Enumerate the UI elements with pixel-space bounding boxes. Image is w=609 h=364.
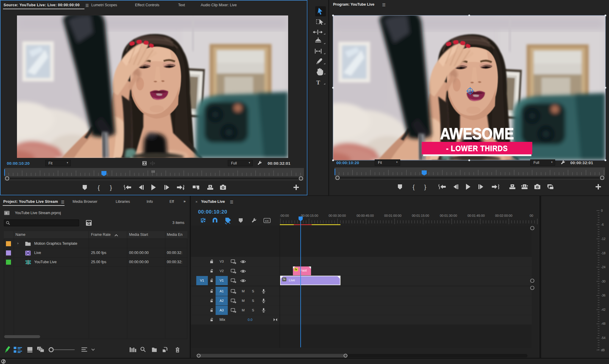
svg-text:T: T bbox=[316, 79, 320, 86]
svg-text:00:00:30:00: 00:00:30:00 bbox=[329, 214, 346, 217]
svg-text:00:01:45:00: 00:01:45:00 bbox=[467, 214, 485, 217]
svg-text:-42: -42 bbox=[601, 308, 605, 311]
svg-text:00:02:00:00: 00:02:00:00 bbox=[495, 214, 512, 217]
svg-text:{: { bbox=[98, 184, 100, 191]
svg-text:-24: -24 bbox=[601, 265, 605, 269]
svg-text:00:01:30:00: 00:01:30:00 bbox=[440, 214, 457, 217]
svg-text:0: 0 bbox=[601, 209, 603, 212]
svg-text:}: } bbox=[110, 184, 112, 191]
svg-text:-36: -36 bbox=[601, 294, 605, 297]
svg-text:00:00:45:00: 00:00:45:00 bbox=[357, 214, 374, 217]
svg-text:-30: -30 bbox=[601, 280, 605, 283]
svg-text:}: } bbox=[424, 183, 426, 190]
svg-text:-12: -12 bbox=[601, 237, 605, 241]
svg-text:dB: dB bbox=[601, 348, 605, 352]
svg-text:-54: -54 bbox=[601, 336, 605, 340]
svg-text:00:00:15:00: 00:00:15:00 bbox=[301, 214, 318, 217]
svg-text:00:01:15:00: 00:01:15:00 bbox=[412, 214, 429, 217]
svg-text:{: { bbox=[412, 183, 415, 190]
svg-text:-6: -6 bbox=[601, 223, 604, 226]
svg-text:-48: -48 bbox=[601, 322, 605, 325]
svg-text:CC: CC bbox=[265, 219, 269, 222]
svg-text::00:00: :00:00 bbox=[280, 214, 289, 217]
svg-text:00: 00 bbox=[530, 214, 533, 217]
svg-text:-18: -18 bbox=[601, 251, 605, 255]
svg-text:00:01:00:00: 00:01:00:00 bbox=[384, 214, 401, 217]
